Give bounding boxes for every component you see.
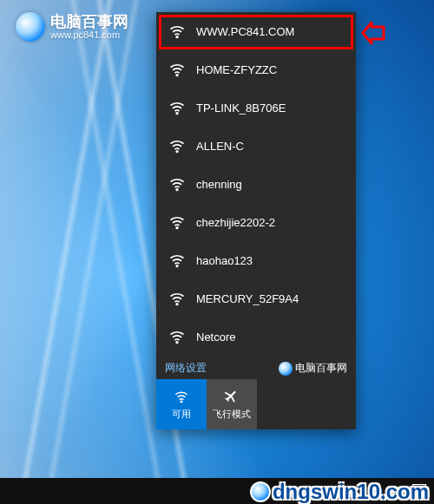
wifi-ssid: MERCURY_52F9A4 (196, 292, 299, 305)
airplane-icon (224, 389, 240, 404)
svg-point-2 (176, 113, 178, 115)
svg-point-9 (181, 401, 182, 403)
wifi-icon (174, 389, 189, 404)
quick-action-airplane-label: 飞行模式 (213, 408, 251, 421)
annotation-arrow-icon (361, 21, 385, 49)
tray-overflow-icon[interactable] (326, 481, 345, 501)
wifi-signal-icon (168, 252, 186, 269)
svg-point-3 (176, 151, 178, 153)
wifi-ssid: WWW.PC841.COM (196, 25, 294, 38)
wifi-signal-icon (168, 328, 186, 345)
quick-action-wifi[interactable]: 可用 (156, 379, 207, 429)
wifi-signal-icon (168, 175, 186, 193)
wifi-flyout: WWW.PC841.COM HOME-ZFYZZC TP-LINK_8B706E… (156, 12, 356, 429)
svg-point-7 (176, 304, 178, 305)
wifi-network-item[interactable]: MERCURY_52F9A4 (156, 279, 356, 317)
quick-actions-row: 可用 飞行模式 (156, 379, 356, 429)
wifi-ssid: chenning (196, 178, 242, 191)
wifi-ssid: haohao123 (196, 254, 253, 267)
wifi-network-item[interactable]: chenning (156, 165, 356, 203)
inline-site-logo-icon (279, 362, 293, 376)
site-logo-icon (16, 12, 45, 42)
tray-shield-icon[interactable] (389, 481, 408, 501)
wifi-network-item[interactable]: Netcore (156, 317, 356, 356)
wifi-signal-icon (168, 137, 186, 154)
wifi-network-item[interactable]: HOME-ZFYZZC (156, 50, 356, 88)
wifi-ssid: Netcore (196, 331, 236, 344)
tray-people-icon[interactable] (347, 481, 366, 501)
quick-action-wifi-label: 可用 (172, 408, 191, 421)
taskbar (0, 478, 434, 504)
wifi-network-item[interactable]: ALLEN-C (156, 127, 356, 165)
wifi-ssid: HOME-ZFYZZC (196, 63, 277, 76)
svg-point-4 (176, 189, 178, 191)
wifi-network-item[interactable]: haohao123 (156, 241, 356, 279)
wifi-ssid: ALLEN-C (196, 140, 244, 153)
wifi-ssid: TP-LINK_8B706E (196, 101, 286, 115)
site-logo: 电脑百事网 www.pc841.com (16, 12, 128, 42)
quick-action-airplane[interactable]: 飞行模式 (207, 379, 257, 429)
wifi-signal-icon (168, 213, 186, 231)
tray-browser-icon[interactable] (368, 481, 387, 501)
wifi-network-list: WWW.PC841.COM HOME-ZFYZZC TP-LINK_8B706E… (156, 12, 356, 356)
wifi-ssid: chezhijie2202-2 (196, 216, 275, 229)
site-logo-url: www.pc841.com (50, 29, 128, 40)
wifi-signal-icon (168, 290, 186, 307)
svg-point-0 (176, 36, 178, 38)
wifi-network-item[interactable]: TP-LINK_8B706E (156, 88, 356, 127)
wifi-network-item[interactable]: chezhijie2202-2 (156, 203, 356, 241)
network-settings-bar: 网络设置 电脑百事网 (156, 356, 356, 379)
svg-point-1 (176, 75, 178, 76)
tray-action-center-icon[interactable] (410, 481, 429, 501)
wifi-network-item[interactable]: WWW.PC841.COM (156, 12, 356, 50)
inline-site-logo: 电脑百事网 (279, 361, 347, 376)
svg-point-10 (355, 488, 358, 491)
svg-point-8 (176, 342, 178, 344)
inline-site-logo-text: 电脑百事网 (295, 361, 347, 376)
wifi-signal-icon (168, 99, 186, 116)
wifi-signal-icon (168, 61, 186, 78)
svg-point-6 (176, 265, 178, 267)
wifi-signal-icon (168, 23, 186, 40)
svg-point-5 (176, 227, 178, 229)
site-logo-cn: 电脑百事网 (50, 14, 128, 29)
network-settings-link[interactable]: 网络设置 (165, 362, 207, 374)
